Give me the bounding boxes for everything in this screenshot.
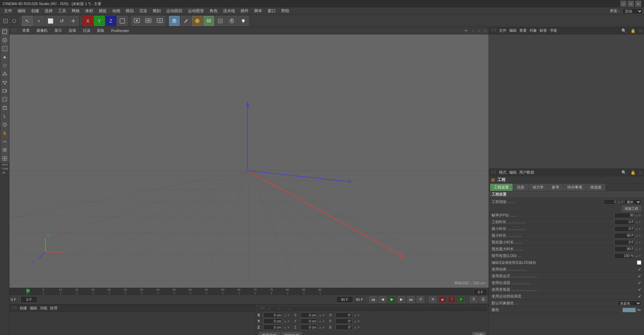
menu-mograph[interactable]: 运动图形 xyxy=(185,7,207,15)
rotate-tool-button[interactable]: ↺ xyxy=(56,16,67,26)
tab-project-settings[interactable]: 工程设置 xyxy=(490,184,513,191)
coord-x-rot-input[interactable] xyxy=(300,312,317,318)
coord-b-input[interactable] xyxy=(336,325,352,330)
attr-use-expr-check[interactable]: ✔ xyxy=(638,274,641,279)
mat-menu-edit[interactable]: 编辑 xyxy=(30,306,37,311)
sidebar-texture-btn[interactable] xyxy=(1,36,9,44)
attr-max-time-stepper[interactable]: ▲▼ xyxy=(635,234,641,237)
menu-volume[interactable]: 体积 xyxy=(82,7,96,15)
scale-tool-button[interactable]: ⬜ xyxy=(45,16,56,26)
attr-proj-len-input[interactable] xyxy=(614,220,635,225)
attr-section-proj-settings[interactable]: 工程设置 xyxy=(489,191,644,197)
goto-end-button[interactable]: ⏭ xyxy=(407,296,415,303)
viewport-menu-prorender[interactable]: ProRender xyxy=(110,29,130,33)
render-picture-button[interactable] xyxy=(143,16,154,26)
attr-scale-stepper[interactable]: ▲▼ xyxy=(618,200,624,204)
coord-z-rot-step[interactable]: ▲▼ xyxy=(319,326,325,329)
timeline-dots-button[interactable]: ⠿ xyxy=(470,296,478,303)
attr-use-gen-check[interactable]: ✔ xyxy=(638,281,641,285)
am-lock-icon[interactable]: 🔒 xyxy=(630,170,636,175)
minimize-button[interactable]: — xyxy=(620,1,626,7)
om-menu-object[interactable]: 对象 xyxy=(529,28,537,33)
timeline-end-input[interactable] xyxy=(336,296,353,303)
menu-simulate[interactable]: 模拟 xyxy=(123,7,137,15)
tab-info[interactable]: 信息 xyxy=(513,184,528,191)
material-ball-button[interactable] xyxy=(192,16,203,26)
coord-y-step[interactable]: ▲▼ xyxy=(283,319,290,323)
next-frame-button[interactable]: ▶ xyxy=(397,296,405,303)
viewport-ctrl-maximize[interactable]: □ xyxy=(484,28,487,33)
menu-render[interactable]: 渲染 xyxy=(137,7,150,15)
render-settings-button[interactable] xyxy=(154,16,165,26)
world-coords-btn[interactable]: 世界坐标 xyxy=(259,332,280,335)
sidebar-cameras-btn[interactable] xyxy=(1,87,9,95)
om-menu-file[interactable]: 文件 xyxy=(499,28,506,33)
attr-scale-unit-select[interactable]: 厘米 毫米 米 xyxy=(624,199,641,205)
coord-p-input[interactable] xyxy=(336,318,352,324)
select-tool-button[interactable]: ↖ xyxy=(22,16,33,26)
menu-mesh[interactable]: 网格 xyxy=(69,7,82,15)
sidebar-generators-btn[interactable] xyxy=(1,70,9,78)
prev-frame-button[interactable]: ◀ xyxy=(378,296,387,303)
attr-color-picker-icon[interactable]: ✏ xyxy=(637,307,641,313)
menu-tools[interactable]: 工具 xyxy=(55,7,69,15)
attr-prev-max-input[interactable] xyxy=(614,247,635,252)
paint-button[interactable] xyxy=(180,16,191,26)
attr-color-swatch[interactable] xyxy=(622,308,636,312)
sidebar-model-btn[interactable] xyxy=(1,28,9,36)
menu-plugin[interactable]: 插件 xyxy=(238,7,251,15)
scale-ratio-btn[interactable]: 缩放比例 xyxy=(281,332,302,335)
viewport-menu-options[interactable]: 选项 xyxy=(67,28,77,33)
menu-sculpt[interactable]: 雕刻 xyxy=(150,7,164,15)
am-menu-edit[interactable]: 编辑 xyxy=(509,170,517,175)
sidebar-primitives-btn[interactable]: ◈ xyxy=(1,53,9,61)
viewport-menu-filter[interactable]: 过滤 xyxy=(81,28,92,33)
coord-b-step[interactable]: ▲▼ xyxy=(354,326,361,329)
coord-z-rot-input[interactable] xyxy=(300,325,317,330)
coord-x-pos-input[interactable] xyxy=(264,312,282,318)
sidebar-scene-btn[interactable]: L xyxy=(1,112,9,120)
maximize-button[interactable]: □ xyxy=(628,1,634,7)
coord-z-pos-input[interactable] xyxy=(264,325,282,330)
am-menu-mode[interactable]: 模式 xyxy=(499,170,506,175)
menu-animation[interactable]: 动画 xyxy=(109,7,123,15)
sidebar-deformers-btn[interactable] xyxy=(1,78,9,86)
coord-y-rot-input[interactable] xyxy=(300,318,317,324)
menu-pipeline[interactable]: 流水线 xyxy=(220,7,238,15)
menu-select[interactable]: 选择 xyxy=(42,7,55,15)
current-frame-input[interactable] xyxy=(474,289,487,295)
attr-default-color-select[interactable]: 灰蓝色 xyxy=(618,301,641,306)
am-menu-userdata[interactable]: 用户数据 xyxy=(519,170,534,175)
loop-button[interactable]: ↺ xyxy=(416,296,424,303)
mat-menu-function[interactable]: 功能 xyxy=(40,306,47,311)
menu-create[interactable]: 创建 xyxy=(28,7,42,15)
y-axis-button[interactable]: Y xyxy=(94,16,105,26)
coord-h-input[interactable] xyxy=(336,312,352,318)
viewport-ctrl-move[interactable]: ✛ xyxy=(464,28,468,33)
move-key-button[interactable]: ✛ xyxy=(429,296,437,303)
menu-character[interactable]: 角色 xyxy=(207,7,220,15)
tab-todo[interactable]: 待办事项 xyxy=(564,184,586,191)
world-coords-button[interactable] xyxy=(117,16,128,26)
viewport-menu-display[interactable]: 显示 xyxy=(53,28,63,33)
attr-prev-min-input[interactable] xyxy=(614,240,635,245)
timeline-start-input[interactable] xyxy=(21,296,38,303)
attr-fps-stepper[interactable]: ▲▼ xyxy=(635,214,641,217)
attr-editor-lod-check[interactable] xyxy=(637,260,641,265)
move-tool-button[interactable]: + xyxy=(33,16,44,26)
coord-z-step[interactable]: ▲▼ xyxy=(283,326,290,329)
om-menu-tag[interactable]: 标签 xyxy=(540,28,547,33)
am-maximize-icon[interactable]: □ xyxy=(640,170,642,175)
attr-prev-max-stepper[interactable]: ▲▼ xyxy=(635,248,641,251)
viewport-menu-view[interactable]: 查看 xyxy=(21,28,31,33)
attr-lod-stepper[interactable]: ▲▼ xyxy=(635,254,641,258)
apply-btn[interactable]: 应用 xyxy=(472,332,486,335)
sidebar-sculpt-btn[interactable] xyxy=(1,137,9,146)
toolbar-icon2[interactable] xyxy=(10,16,18,26)
om-menu-edit[interactable]: 编辑 xyxy=(509,28,517,33)
camera-box-button[interactable] xyxy=(203,16,214,26)
play-button[interactable]: ▶ xyxy=(388,296,396,303)
light-button[interactable] xyxy=(238,16,249,26)
attr-use-clip-check[interactable]: ✔ xyxy=(638,294,641,299)
menu-window[interactable]: 窗口 xyxy=(265,7,278,15)
